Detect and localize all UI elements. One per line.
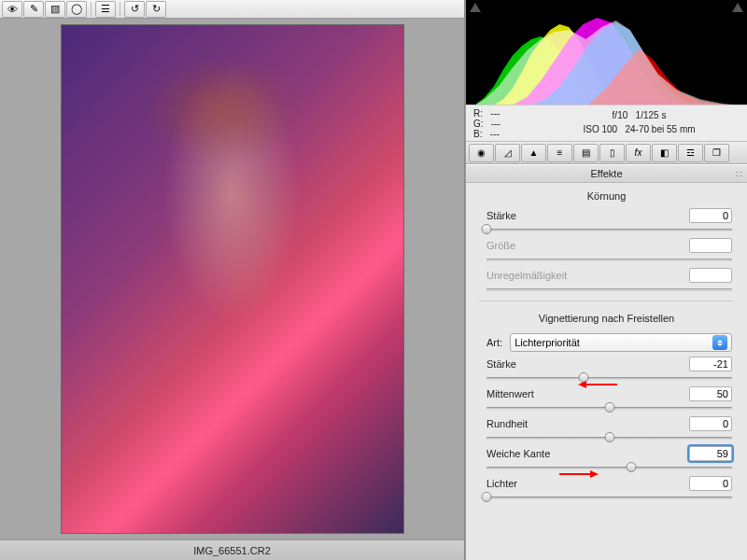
- rotate-ccw[interactable]: ↺: [124, 1, 145, 18]
- grain-strength-value[interactable]: [689, 208, 732, 223]
- r-label: R:: [473, 108, 483, 119]
- separator: [120, 2, 120, 17]
- vignette-midpoint-value[interactable]: [689, 386, 732, 401]
- shadow-clip-warning[interactable]: [470, 3, 481, 12]
- grain-strength-row: Stärke: [466, 205, 747, 235]
- effects-title: Effekte: [590, 168, 622, 179]
- panel-menu-icon[interactable]: ∷: [736, 169, 741, 179]
- brush-tool[interactable]: ✎: [23, 1, 44, 18]
- list-tool[interactable]: ☰: [95, 1, 116, 18]
- hsl-icon: ≡: [557, 147, 563, 158]
- vignette-strength-label: Stärke: [486, 358, 516, 370]
- sliders-icon: ☲: [686, 147, 695, 158]
- iso: ISO 100: [583, 124, 617, 134]
- split-icon: ▤: [582, 147, 590, 158]
- tab-hsl[interactable]: ≡: [547, 144, 572, 162]
- lens: 24-70 bei 55 mm: [626, 124, 696, 134]
- tab-basic[interactable]: ◉: [469, 144, 494, 162]
- vignette-title: Vignettierung nach Freistellen: [466, 307, 747, 328]
- fx-icon: fx: [635, 147, 642, 158]
- vignette-feather-slider[interactable]: [486, 462, 732, 473]
- filename: IMG_66551.CR2: [193, 545, 271, 556]
- vignette-strength-row: Stärke: [466, 354, 747, 384]
- grain-size-label: Größe: [486, 240, 515, 251]
- list-icon: ☰: [101, 3, 110, 15]
- b-value: ---: [490, 129, 500, 139]
- shutter: 1/125 s: [636, 110, 667, 120]
- vignette-style-value: Lichterpriorität: [514, 337, 580, 348]
- histogram-graph: [475, 13, 738, 105]
- tab-fx[interactable]: fx: [626, 144, 651, 162]
- aperture: f/10: [613, 110, 628, 120]
- grain-rough-value: [689, 268, 732, 283]
- tab-camera[interactable]: ◧: [652, 144, 677, 162]
- layers-tool[interactable]: ▧: [45, 1, 65, 18]
- lens-icon: ▯: [610, 147, 615, 158]
- curves-icon: ◿: [504, 147, 512, 158]
- vignette-feather-label: Weiche Kante: [486, 448, 550, 459]
- panel-tabs: ◉ ◿ ▲ ≡ ▤ ▯ fx ◧ ☲ ❐: [466, 142, 747, 164]
- vignette-roundness-value[interactable]: [689, 416, 732, 431]
- vignette-midpoint-row: Mittenwert: [466, 384, 747, 413]
- g-label: G:: [473, 119, 484, 129]
- vignette-style-label: Art:: [486, 337, 502, 348]
- histogram[interactable]: [466, 0, 747, 105]
- vignette-highlights-value[interactable]: [689, 476, 732, 491]
- vignette-style-row: Art: Lichterpriorität: [466, 328, 747, 354]
- tab-sliders[interactable]: ☲: [678, 144, 703, 162]
- vignette-roundness-slider[interactable]: [486, 432, 732, 443]
- grain-rough-row: Unregelmäßigkeit: [466, 265, 747, 295]
- canvas-area[interactable]: [0, 19, 464, 539]
- vignette-feather-row: Weiche Kante: [466, 443, 747, 473]
- b-label: B:: [473, 129, 482, 139]
- tab-lens[interactable]: ▯: [599, 144, 625, 162]
- highlight-clip-warning[interactable]: [732, 3, 743, 12]
- grain-rough-label: Unregelmäßigkeit: [486, 270, 567, 281]
- basic-icon: ◉: [477, 147, 486, 158]
- vignette-midpoint-label: Mittenwert: [486, 388, 534, 399]
- separator: [91, 2, 92, 17]
- vignette-roundness-label: Rundheit: [486, 418, 528, 429]
- grain-size-slider: [486, 254, 732, 265]
- grain-size-row: Größe: [466, 235, 747, 265]
- vignette-highlights-row: Lichter: [466, 473, 747, 503]
- filename-bar: IMG_66551.CR2: [0, 539, 464, 560]
- left-toolbar: 👁 ✎ ▧ ◯ ☰ ↺ ↻: [0, 0, 464, 19]
- photo-preview[interactable]: [61, 24, 404, 534]
- vignette-style-select[interactable]: Lichterpriorität: [510, 333, 732, 352]
- effects-body: Körnung Stärke Größe Unregelmäßigkeit Vi…: [466, 183, 747, 560]
- vignette-strength-value[interactable]: [689, 357, 732, 371]
- grain-title: Körnung: [466, 185, 747, 205]
- effects-header[interactable]: Effekte ∷: [466, 164, 747, 183]
- camera-icon: ◧: [660, 147, 669, 158]
- oval-tool[interactable]: ◯: [66, 1, 87, 18]
- vignette-highlights-slider[interactable]: [486, 492, 732, 503]
- tab-split[interactable]: ▤: [573, 144, 599, 162]
- oval-icon: ◯: [71, 3, 82, 15]
- exif-readout: f/10 1/125 s ISO 100 24-70 bei 55 mm: [539, 108, 740, 138]
- tab-curves[interactable]: ◿: [495, 144, 520, 162]
- grain-strength-slider[interactable]: [486, 224, 732, 235]
- rotate-ccw-icon: ↺: [131, 3, 139, 15]
- tab-detail[interactable]: ▲: [521, 144, 546, 162]
- rotate-cw-icon: ↻: [152, 3, 161, 15]
- rotate-cw[interactable]: ↻: [146, 1, 166, 18]
- vignette-midpoint-slider[interactable]: [486, 402, 732, 413]
- presets-icon: ❐: [712, 147, 721, 158]
- preview-panel: 👁 ✎ ▧ ◯ ☰ ↺ ↻ IMG_66551.CR2: [0, 0, 465, 560]
- vignette-feather-value[interactable]: [689, 446, 732, 461]
- layers-icon: ▧: [50, 3, 60, 15]
- right-panel: R: --- G: --- B: --- f/10 1/125 s ISO 10…: [465, 0, 747, 560]
- info-bar: R: --- G: --- B: --- f/10 1/125 s ISO 10…: [466, 105, 747, 142]
- vignette-strength-slider[interactable]: [486, 372, 732, 384]
- brush-icon: ✎: [30, 3, 38, 15]
- r-value: ---: [490, 108, 500, 119]
- rgb-readout: R: --- G: --- B: ---: [473, 108, 539, 138]
- tab-presets[interactable]: ❐: [704, 144, 729, 162]
- grain-rough-slider: [486, 284, 732, 295]
- vignette-highlights-label: Lichter: [486, 478, 517, 489]
- eye-tool[interactable]: 👁: [2, 1, 22, 18]
- select-arrow-icon: [712, 335, 727, 350]
- grain-strength-label: Stärke: [486, 210, 516, 221]
- eye-icon: 👁: [7, 4, 18, 15]
